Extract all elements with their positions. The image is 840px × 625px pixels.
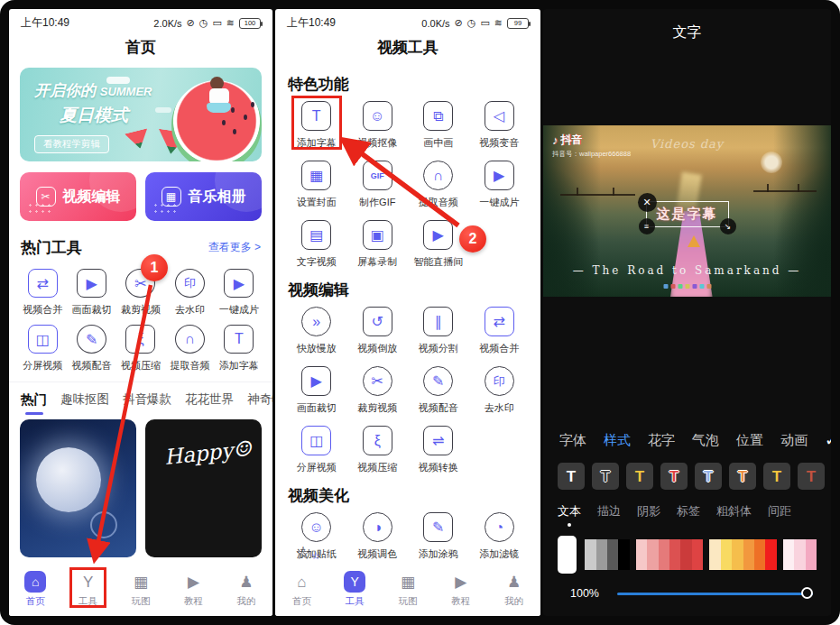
tool-item[interactable]: ✂ 裁剪视频	[347, 358, 409, 418]
tool-item[interactable]: ▣ 屏幕录制	[347, 212, 409, 271]
category-tab[interactable]: 抖音爆款	[123, 391, 171, 408]
nav-item[interactable]: ♟ 我的	[487, 571, 540, 608]
tool-item[interactable]: 印 去水印	[165, 261, 214, 317]
subtitle-box[interactable]: ✕ ≡ ↘ 这是字幕	[646, 201, 729, 227]
style-tab[interactable]: 字体	[559, 432, 586, 449]
video-preview[interactable]: ♪ 抖音 抖音号：wallpaper666888 Videos day ✕ ≡ …	[543, 125, 831, 297]
property-tab[interactable]: 阴影	[637, 503, 660, 519]
banner-tutorial-button[interactable]: 看教程学剪辑	[34, 135, 109, 153]
opacity-slider[interactable]	[617, 586, 813, 601]
tool-item[interactable]: ◑ 视频调色	[347, 504, 409, 564]
subtitle-menu-icon[interactable]: ≡	[639, 218, 655, 234]
style-tab[interactable]: 位置	[736, 432, 763, 449]
tool-item[interactable]: ▶ 画面裁切	[286, 358, 347, 418]
confirm-icon[interactable]: ✓	[825, 430, 831, 450]
tool-item[interactable]: ∩ 提取音频	[408, 152, 469, 212]
color-swatch[interactable]	[618, 539, 629, 570]
style-tab[interactable]: 样式	[604, 432, 631, 449]
tool-item[interactable]: GIF 制作GIF	[347, 152, 409, 212]
color-swatch[interactable]	[607, 539, 618, 570]
tool-item[interactable]: 印 去水印	[469, 358, 531, 418]
subtitle-resize-icon[interactable]: ↘	[720, 218, 736, 234]
tool-item[interactable]: ▶ 一键成片	[215, 261, 263, 317]
nav-item[interactable]: Y 工具	[61, 571, 114, 608]
summer-banner[interactable]: 开启你的 SUMMER 夏日模式 看教程学剪辑	[20, 68, 262, 161]
color-swatch[interactable]	[659, 539, 669, 570]
property-tab[interactable]: 粗斜体	[716, 503, 752, 519]
color-swatch[interactable]	[669, 539, 680, 570]
text-style-preset[interactable]: T	[695, 463, 722, 490]
tool-item[interactable]: ⇄ 视频合并	[18, 261, 67, 317]
nav-item[interactable]: ▶ 教程	[434, 571, 487, 608]
tool-item[interactable]: ⧉ 画中画	[408, 93, 469, 152]
property-tab[interactable]: 标签	[677, 503, 700, 519]
color-swatch[interactable]	[794, 539, 805, 570]
tool-item[interactable]: ⇌ 视频转换	[408, 418, 469, 477]
color-swatch[interactable]	[709, 539, 720, 570]
tool-item[interactable]: ∥ 视频分割	[408, 299, 469, 358]
photo-card-happy[interactable]: Happy☺	[145, 419, 262, 557]
style-tab[interactable]: 气泡	[692, 432, 719, 449]
tool-item[interactable]: ↺ 视频倒放	[347, 299, 409, 358]
tool-item[interactable]: ◔ 添加滤镜	[469, 504, 531, 564]
color-swatch[interactable]	[765, 539, 776, 570]
style-tab[interactable]: 动画	[780, 432, 808, 449]
nav-item[interactable]: ⌂ 首页	[9, 571, 61, 608]
property-tab[interactable]: 文本	[558, 503, 581, 519]
color-swatch[interactable]	[732, 539, 743, 570]
tool-item[interactable]: T 添加字幕	[286, 93, 347, 152]
category-tab[interactable]: 热门	[21, 391, 47, 417]
color-swatch[interactable]	[754, 539, 765, 570]
photo-card-moon[interactable]	[20, 419, 136, 557]
nav-item[interactable]: ▶ 教程	[167, 571, 219, 608]
tool-item[interactable]: ξ 视频压缩	[116, 317, 165, 372]
color-swatch[interactable]	[783, 539, 794, 570]
text-style-preset[interactable]: T	[660, 463, 688, 490]
tool-item[interactable]: ▤ 文字视频	[286, 212, 347, 271]
color-swatch[interactable]	[680, 539, 691, 570]
color-swatch[interactable]	[585, 539, 595, 570]
tool-item[interactable]: T 添加字幕	[215, 317, 263, 372]
nav-item[interactable]: ▦ 玩图	[382, 571, 435, 608]
color-swatch[interactable]	[806, 539, 817, 570]
tool-item[interactable]: ▶ 画面裁切	[67, 261, 115, 317]
tool-item[interactable]: ✎ 视频配音	[408, 358, 469, 418]
color-swatch[interactable]	[596, 539, 607, 570]
slider-knob[interactable]	[801, 587, 813, 599]
tool-item[interactable]: » 快放慢放	[286, 299, 347, 358]
nav-item[interactable]: ▦ 玩图	[115, 571, 167, 608]
primary-button[interactable]: ▦ 音乐相册	[145, 172, 262, 221]
text-style-preset[interactable]: T	[558, 463, 585, 490]
tool-item[interactable]: ◫ 分屏视频	[286, 418, 347, 477]
category-tab[interactable]: 花花世界	[185, 391, 234, 408]
see-more-link[interactable]: 查看更多 >	[208, 240, 261, 255]
property-tab[interactable]: 描边	[597, 503, 621, 519]
tool-item[interactable]: ⇄ 视频合并	[469, 299, 531, 358]
tool-item[interactable]: ☺ 视频抠像	[347, 93, 409, 152]
text-style-preset[interactable]: T	[798, 463, 825, 490]
color-swatch[interactable]	[721, 539, 732, 570]
nav-item[interactable]: ⌂ 首页	[275, 571, 328, 608]
category-tab[interactable]: 趣味抠图	[60, 391, 109, 408]
delete-subtitle-icon[interactable]: ✕	[638, 193, 657, 212]
tool-item[interactable]: ▦ 设置封面	[286, 152, 347, 212]
color-swatch[interactable]	[743, 539, 754, 570]
tool-item[interactable]: ∩ 提取音频	[165, 317, 214, 372]
tool-item[interactable]: ✎ 添加涂鸦	[408, 504, 469, 564]
color-swatch[interactable]	[692, 539, 703, 570]
tool-item[interactable]: ◁ 视频变音	[469, 93, 531, 152]
tool-item[interactable]: ✎ 视频配音	[67, 317, 115, 372]
tool-item[interactable]: ◫ 分屏视频	[18, 317, 67, 372]
category-tab[interactable]: 神奇特效	[247, 391, 272, 408]
nav-item[interactable]: Y 工具	[328, 571, 382, 608]
primary-button[interactable]: ✂ 视频编辑	[20, 172, 136, 221]
text-style-preset[interactable]: T	[592, 463, 619, 490]
property-tab[interactable]: 间距	[768, 503, 791, 519]
color-swatch[interactable]	[558, 536, 577, 574]
color-swatch[interactable]	[647, 539, 658, 570]
tool-item[interactable]: ▶ 一键成片	[469, 152, 531, 212]
color-swatch[interactable]	[636, 539, 647, 570]
text-style-preset[interactable]: T	[763, 463, 790, 490]
nav-item[interactable]: ♟ 我的	[220, 571, 272, 608]
style-tab[interactable]: 花字	[648, 432, 675, 449]
